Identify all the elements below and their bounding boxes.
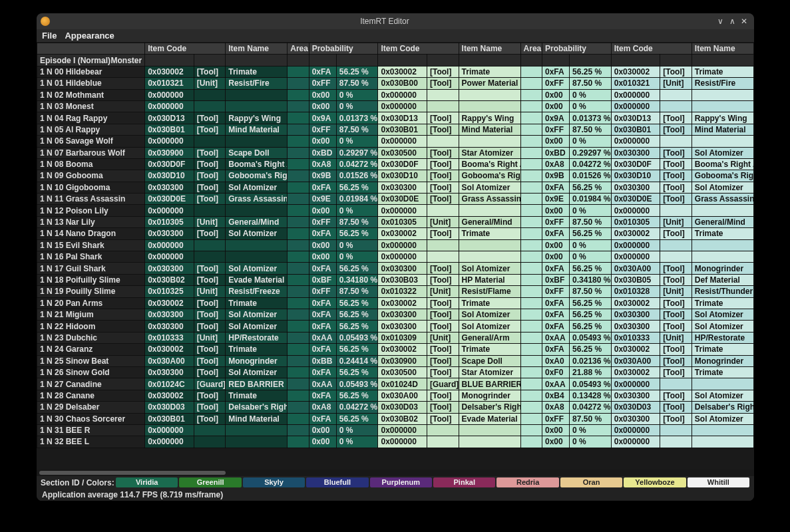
cell[interactable]: 0x030002	[611, 297, 660, 309]
cell[interactable]: 0.01984 %	[336, 194, 378, 205]
cell[interactable]	[660, 251, 692, 263]
cell[interactable]: Booma's Right Arm	[459, 158, 520, 170]
table-row[interactable]: 1 N 19 Pouilly Slime0x010325[Unit]Resist…	[37, 286, 754, 297]
cell[interactable]: [Tool]	[194, 182, 226, 193]
table-row[interactable]: 1 N 27 Canadine0x01024C[Guard]RED BARRIE…	[37, 378, 754, 390]
cell[interactable]: 1 N 08 Booma	[37, 158, 145, 170]
cell[interactable]: [Tool]	[660, 182, 692, 193]
cell[interactable]: 0x9B	[309, 170, 336, 182]
maximize-button[interactable]: ∧	[726, 17, 738, 26]
cell[interactable]	[288, 309, 309, 320]
cell[interactable]: 0x00	[309, 436, 336, 448]
cell[interactable]	[520, 182, 542, 193]
cell[interactable]: 0x030500	[378, 147, 427, 158]
cell[interactable]: 0x030300	[611, 309, 660, 320]
cell[interactable]: 0x030300	[378, 321, 427, 332]
cell[interactable]: 56.25 %	[570, 182, 612, 193]
cell[interactable]: Monogrinder	[691, 355, 753, 366]
cell[interactable]: [Tool]	[194, 194, 226, 205]
cell[interactable]	[660, 378, 692, 390]
cell[interactable]: HP/Restorate	[691, 332, 753, 343]
cell[interactable]: 0xFF	[542, 124, 569, 135]
cell[interactable]: 0x030D10	[611, 170, 660, 182]
cell[interactable]: 0x030300	[145, 182, 194, 193]
cell[interactable]: 0x030900	[378, 355, 427, 366]
cell[interactable]	[288, 436, 309, 448]
cell[interactable]: 1 N 19 Pouilly Slime	[37, 286, 145, 297]
cell[interactable]: [Tool]	[660, 263, 692, 274]
cell[interactable]: Delsaber's Right Arm	[459, 402, 520, 413]
cell[interactable]: 0x010321	[611, 78, 660, 89]
cell[interactable]: [Tool]	[427, 112, 459, 124]
cell[interactable]: 0x010325	[145, 286, 194, 297]
cell[interactable]: 0xFA	[309, 263, 336, 274]
close-button[interactable]: ✕	[738, 17, 750, 26]
cell[interactable]: 0xBB	[309, 355, 336, 366]
cell[interactable]: 0x030D0E	[145, 194, 194, 205]
cell[interactable]: 56.25 %	[336, 309, 378, 320]
cell[interactable]: 0x030300	[145, 228, 194, 239]
cell[interactable]: 0x010322	[378, 286, 427, 297]
cell[interactable]: 0xB4	[542, 390, 569, 401]
table-row[interactable]: 1 N 00 Hildebear0x030002[Tool]Trimate0xF…	[37, 66, 754, 77]
cell[interactable]: 1 N 13 Nar Lily	[37, 216, 145, 227]
cell[interactable]: 0.04272 %	[336, 158, 378, 170]
cell[interactable]: 0x000000	[378, 205, 427, 216]
cell[interactable]: Rappy's Wing	[459, 112, 520, 124]
cell[interactable]: [Tool]	[660, 124, 692, 135]
cell[interactable]: [Tool]	[660, 321, 692, 332]
cell[interactable]: 0.34180 %	[336, 274, 378, 285]
cell[interactable]: Sol Atomizer	[459, 263, 520, 274]
cell[interactable]: Delsaber's Righ	[691, 402, 753, 413]
cell[interactable]: 0x030D0E	[611, 194, 660, 205]
cell[interactable]: [Tool]	[427, 147, 459, 158]
cell[interactable]: 0x00	[309, 424, 336, 436]
table-row[interactable]: 1 N 23 Dubchic0x010333[Unit]HP/Restorate…	[37, 332, 754, 343]
cell[interactable]	[288, 158, 309, 170]
cell[interactable]: 21.88 %	[570, 366, 612, 378]
cell[interactable]: Trimate	[691, 228, 753, 239]
cell[interactable]: [Tool]	[427, 182, 459, 193]
cell[interactable]: Trimate	[226, 344, 288, 355]
cell[interactable]: [Unit]	[194, 78, 226, 89]
minimize-button[interactable]: ∨	[714, 17, 726, 26]
cell[interactable]	[427, 205, 459, 216]
cell[interactable]: Booma's Right A	[691, 158, 753, 170]
cell[interactable]	[459, 424, 520, 436]
cell[interactable]: 0x030002	[611, 366, 660, 378]
cell[interactable]: [Tool]	[660, 297, 692, 309]
cell[interactable]	[288, 251, 309, 263]
cell[interactable]: Resist/Fire	[691, 78, 753, 89]
cell[interactable]: 0x000000	[145, 251, 194, 263]
cell[interactable]	[288, 297, 309, 309]
cell[interactable]	[288, 194, 309, 205]
cell[interactable]: 0xFA	[309, 297, 336, 309]
cell[interactable]: 56.25 %	[336, 344, 378, 355]
cell[interactable]: 0x000000	[611, 239, 660, 251]
cell[interactable]	[459, 239, 520, 251]
table-row[interactable]: 1 N 29 Delsaber0x030D03[Tool]Delsaber's …	[37, 402, 754, 413]
cell[interactable]: 0.13428 %	[570, 390, 612, 401]
cell[interactable]: 0x000000	[378, 251, 427, 263]
cell[interactable]	[288, 332, 309, 343]
cell[interactable]: 0x030002	[611, 66, 660, 77]
cell[interactable]: [Tool]	[660, 355, 692, 366]
cell[interactable]: 0x030A00	[145, 355, 194, 366]
cell[interactable]: 0x030300	[611, 413, 660, 424]
cell[interactable]: 0x00	[542, 136, 569, 147]
cell[interactable]	[459, 100, 520, 112]
cell[interactable]: 0x030500	[378, 366, 427, 378]
cell[interactable]	[194, 436, 226, 448]
cell[interactable]: Trimate	[226, 390, 288, 401]
cell[interactable]: 0xA8	[309, 402, 336, 413]
cell[interactable]: 0x030300	[378, 263, 427, 274]
cell[interactable]: 0x010328	[611, 286, 660, 297]
cell[interactable]: 0x030D03	[611, 402, 660, 413]
cell[interactable]: 0xF0	[542, 366, 569, 378]
cell[interactable]: Sol Atomizer	[226, 228, 288, 239]
cell[interactable]: 1 N 23 Dubchic	[37, 332, 145, 343]
cell[interactable]: 0x030002	[378, 297, 427, 309]
table-row[interactable]: 1 N 16 Pal Shark0x0000000x000 %0x0000000…	[37, 251, 754, 263]
section-id-chip[interactable]: Whitill	[688, 477, 749, 487]
cell[interactable]: [Tool]	[427, 390, 459, 401]
